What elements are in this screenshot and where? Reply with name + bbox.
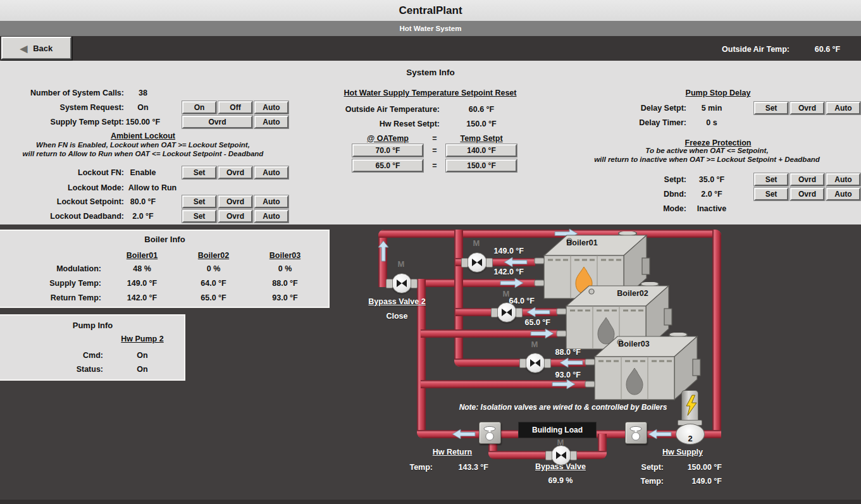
freeze-dbnd-auto-button[interactable]: Auto: [826, 188, 860, 200]
hw-supply-right-pipe: [712, 230, 721, 438]
modulation-label: Modulation:: [0, 264, 101, 273]
freeze-protection-note-line2: will return to inactive when OAT >= Lock…: [557, 156, 857, 163]
boiler01-supply-temp: 149.0 °F: [486, 247, 524, 255]
boiler03-link[interactable]: Boiler03: [249, 251, 321, 260]
reset-table-row-2: 65.0 °F = 150.0 °F: [352, 159, 517, 172]
boiler01-isolation-valve-icon[interactable]: [467, 252, 487, 273]
return-temp-label: Return Temp:: [0, 293, 101, 302]
pump-status-label: Status:: [0, 365, 103, 374]
freeze-mode-label: Mode:: [601, 204, 686, 213]
flow-up-arrow-icon: [378, 240, 389, 262]
hw-supply-link[interactable]: Hw Supply: [660, 448, 705, 457]
system-calls-row: Number of System Calls: 38: [0, 86, 297, 99]
supply-temp-ovrd-button[interactable]: Ovrd: [182, 116, 252, 128]
page-title: Hot Water System: [400, 25, 462, 32]
lightning-bolt-icon: [684, 395, 698, 416]
hw-supply-setpt-label: Setpt:: [636, 463, 664, 472]
hw-return-temp-value: 143.3 °F: [450, 463, 488, 472]
return-temp-boiler03: 93.0 °F: [249, 293, 321, 302]
lockout-setpoint-auto-button[interactable]: Auto: [254, 195, 288, 208]
lockout-fn-row: Lockout FN: Enable Set Ovrd Auto: [0, 166, 297, 179]
boiler03-isolation-valve-icon[interactable]: [525, 353, 545, 373]
system-calls-value: 38: [124, 89, 162, 97]
isolation-valves-note: Note: Isolation valves are wired to & co…: [418, 403, 709, 412]
reset-oat-1-button[interactable]: 70.0 °F: [352, 144, 423, 157]
hot-water-system-screen: CentralPlant Hot Water System Back Outsi…: [0, 0, 861, 504]
system-request-label: System Request:: [0, 103, 124, 112]
lockout-setpoint-set-button[interactable]: Set: [182, 195, 216, 208]
hw-supply-temp-value: 149.0 °F: [681, 477, 722, 486]
bypass-valve-icon[interactable]: [551, 445, 571, 465]
boiler-info-panel: Boiler Info Boiler01 Boiler02 Boiler03 M…: [0, 230, 330, 308]
back-arrow-icon: [20, 44, 28, 53]
hw-pump-2-icon[interactable]: 2: [676, 424, 705, 445]
boiler03-return-temp: 93.0 °F: [544, 371, 581, 379]
back-button[interactable]: Back: [1, 37, 71, 59]
system-request-auto-button[interactable]: Auto: [254, 101, 288, 114]
boiler02-return-temp: 65.0 °F: [514, 318, 550, 327]
reset-oat-2-button[interactable]: 65.0 °F: [352, 159, 423, 172]
reset-setpt-2-button[interactable]: 150.0 °F: [446, 159, 517, 172]
boiler02-link[interactable]: Boiler02: [178, 251, 249, 260]
flow-left-arrow-icon: [559, 357, 583, 368]
modulation-boiler03: 0 %: [249, 264, 321, 273]
flow-left-arrow-icon: [526, 307, 550, 317]
delay-timer-row: Delay Timer: 0 s: [601, 116, 861, 129]
equals-sign: =: [423, 134, 446, 143]
freeze-setpt-set-button[interactable]: Set: [754, 173, 788, 186]
ambient-lockout-heading: Ambient Lockout: [25, 132, 261, 140]
freeze-mode-value: Inactive: [686, 204, 737, 213]
freeze-dbnd-label: Dbnd:: [601, 190, 686, 199]
equals-sign: =: [423, 146, 446, 155]
motor-actuator-label: M: [468, 238, 485, 248]
lockout-fn-auto-button[interactable]: Auto: [254, 166, 288, 179]
freeze-setpt-ovrd-button[interactable]: Ovrd: [790, 173, 824, 186]
lockout-fn-label: Lockout FN:: [0, 168, 124, 177]
bypass-valve-2-icon[interactable]: [392, 273, 412, 293]
freeze-protection-note-line1: To be active when OAT <= Setpoint,: [557, 147, 857, 154]
hw-supply-temp-label: Temp:: [636, 477, 664, 486]
building-load-label: Building Load: [532, 426, 583, 434]
freeze-setpt-value: 35.0 °F: [686, 175, 737, 184]
reset-table-header: @ OATemp = Temp Setpt: [352, 132, 517, 145]
freeze-dbnd-value: 2.0 °F: [686, 190, 737, 199]
lockout-deadband-set-button[interactable]: Set: [182, 210, 216, 223]
bypass-valve-2-link[interactable]: Bypass Valve 2: [357, 297, 437, 306]
freeze-mode-row: Mode: Inactive: [601, 202, 861, 215]
modulation-boiler01: 48 %: [106, 264, 178, 273]
freeze-protection-heading: Freeze Protection: [661, 138, 775, 147]
supply-temp-row: Supply Temp: 149.0 °F 64.0 °F 88.0 °F: [0, 276, 330, 290]
freeze-setpt-auto-button[interactable]: Auto: [826, 173, 860, 186]
boiler01-link[interactable]: Boiler01: [106, 251, 178, 260]
modulation-row: Modulation: 48 % 0 % 0 %: [0, 262, 330, 275]
system-request-off-button[interactable]: Off: [218, 101, 252, 114]
hw-return-link[interactable]: Hw Return: [430, 448, 474, 457]
lockout-setpoint-ovrd-button[interactable]: Ovrd: [218, 195, 252, 208]
boiler02-isolation-valve-icon[interactable]: [497, 302, 517, 323]
lockout-deadband-label: Lockout Deadband:: [0, 212, 124, 221]
freeze-dbnd-ovrd-button[interactable]: Ovrd: [790, 188, 824, 200]
lockout-fn-ovrd-button[interactable]: Ovrd: [218, 166, 252, 179]
supply-temp-setpt-value: 150.00 °F: [124, 118, 162, 126]
pump-info-title: Pump Info: [0, 321, 185, 330]
return-temp-boiler01: 142.0 °F: [106, 293, 178, 302]
pump-cmd-row: Cmd: On: [0, 348, 185, 362]
hw-reset-setpt-value: 150.0 °F: [440, 120, 523, 128]
supply-temp-setpt-row: Supply Temp Setpt: 150.00 °F Ovrd Auto: [0, 115, 297, 128]
lockout-deadband-ovrd-button[interactable]: Ovrd: [218, 210, 252, 223]
flow-left-arrow-icon: [648, 429, 672, 439]
freeze-dbnd-set-button[interactable]: Set: [754, 188, 788, 200]
boiler01-return-temp: 142.0 °F: [486, 267, 524, 276]
system-request-on-button[interactable]: On: [182, 101, 216, 114]
delay-setpt-auto-button[interactable]: Auto: [826, 102, 860, 114]
lockout-deadband-auto-button[interactable]: Auto: [254, 210, 288, 223]
hw-reset-setpt-label: Hw Reset Setpt:: [335, 120, 440, 128]
delay-setpt-set-button[interactable]: Set: [754, 102, 788, 114]
hw-return-temp-sensor-icon: [479, 422, 501, 444]
bottom-edge-strip: [0, 500, 861, 504]
delay-setpt-ovrd-button[interactable]: Ovrd: [790, 102, 824, 114]
hw-pump-2-link[interactable]: Hw Pump 2: [103, 335, 182, 343]
reset-setpt-1-button[interactable]: 140.0 °F: [446, 144, 517, 157]
supply-temp-auto-button[interactable]: Auto: [254, 116, 288, 128]
lockout-fn-set-button[interactable]: Set: [182, 166, 216, 179]
